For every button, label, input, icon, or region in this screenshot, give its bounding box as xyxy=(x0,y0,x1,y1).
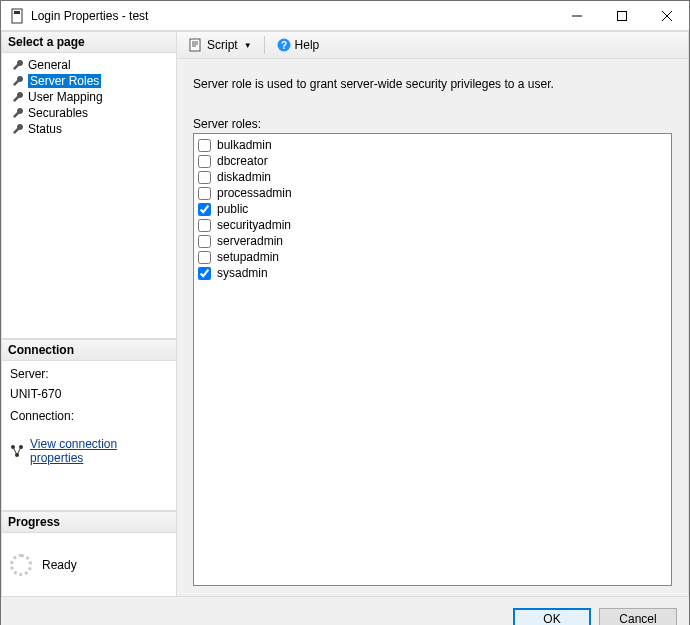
main-pane: Server role is used to grant server-wide… xyxy=(177,59,689,597)
cancel-button[interactable]: Cancel xyxy=(599,608,677,626)
maximize-button[interactable] xyxy=(599,1,644,30)
sidebar-item-label: General xyxy=(28,58,71,72)
role-label: dbcreator xyxy=(217,154,268,168)
login-properties-window: Login Properties - test Select a page Ge… xyxy=(0,0,690,625)
svg-rect-1 xyxy=(14,11,20,14)
script-label: Script xyxy=(207,38,238,52)
progress-spinner-icon xyxy=(10,554,32,576)
server-value: UNIT-670 xyxy=(10,387,168,401)
sidebar-item-label: Server Roles xyxy=(28,74,101,88)
help-icon: ? xyxy=(277,38,291,52)
role-label: setupadmin xyxy=(217,250,279,264)
role-label: processadmin xyxy=(217,186,292,200)
role-checkbox-processadmin[interactable] xyxy=(198,187,211,200)
role-label: securityadmin xyxy=(217,218,291,232)
sidebar-item-label: User Mapping xyxy=(28,90,103,104)
role-checkbox-sysadmin[interactable] xyxy=(198,267,211,280)
select-page-header: Select a page xyxy=(1,31,177,53)
wrench-icon xyxy=(12,107,24,119)
sidebar-item-server-roles[interactable]: Server Roles xyxy=(2,73,176,89)
ok-button[interactable]: OK xyxy=(513,608,591,626)
window-title: Login Properties - test xyxy=(31,9,148,23)
help-label: Help xyxy=(295,38,320,52)
app-icon xyxy=(9,8,25,24)
role-checkbox-diskadmin[interactable] xyxy=(198,171,211,184)
role-checkbox-serveradmin[interactable] xyxy=(198,235,211,248)
script-icon xyxy=(189,38,203,52)
role-checkbox-setupadmin[interactable] xyxy=(198,251,211,264)
role-row-securityadmin[interactable]: securityadmin xyxy=(198,217,667,233)
wrench-icon xyxy=(12,91,24,103)
wrench-icon xyxy=(12,123,24,135)
role-label: public xyxy=(217,202,248,216)
server-roles-label: Server roles: xyxy=(193,117,672,131)
dialog-button-bar: OK Cancel xyxy=(1,597,689,625)
role-label: serveradmin xyxy=(217,234,283,248)
page-nav: GeneralServer RolesUser MappingSecurable… xyxy=(1,53,177,339)
role-label: diskadmin xyxy=(217,170,271,184)
role-row-diskadmin[interactable]: diskadmin xyxy=(198,169,667,185)
sidebar-item-status[interactable]: Status xyxy=(2,121,176,137)
minimize-button[interactable] xyxy=(554,1,599,30)
sidebar-item-label: Securables xyxy=(28,106,88,120)
svg-rect-9 xyxy=(190,39,200,51)
role-row-dbcreator[interactable]: dbcreator xyxy=(198,153,667,169)
progress-header: Progress xyxy=(1,511,177,533)
role-checkbox-dbcreator[interactable] xyxy=(198,155,211,168)
role-row-serveradmin[interactable]: serveradmin xyxy=(198,233,667,249)
sidebar-item-user-mapping[interactable]: User Mapping xyxy=(2,89,176,105)
role-row-public[interactable]: public xyxy=(198,201,667,217)
close-button[interactable] xyxy=(644,1,689,30)
toolbar: Script ▼ ? Help xyxy=(177,31,689,59)
page-description: Server role is used to grant server-wide… xyxy=(193,77,672,91)
titlebar: Login Properties - test xyxy=(1,1,689,31)
role-row-sysadmin[interactable]: sysadmin xyxy=(198,265,667,281)
server-label: Server: xyxy=(10,367,168,381)
script-button[interactable]: Script ▼ xyxy=(185,36,256,54)
server-roles-list[interactable]: bulkadmindbcreatordiskadminprocessadminp… xyxy=(193,133,672,586)
sidebar-item-label: Status xyxy=(28,122,62,136)
progress-panel: Ready xyxy=(1,533,177,597)
sidebar-item-general[interactable]: General xyxy=(2,57,176,73)
left-column: Select a page GeneralServer RolesUser Ma… xyxy=(1,31,177,597)
role-checkbox-public[interactable] xyxy=(198,203,211,216)
role-row-processadmin[interactable]: processadmin xyxy=(198,185,667,201)
role-label: sysadmin xyxy=(217,266,268,280)
svg-rect-3 xyxy=(617,11,626,20)
help-button[interactable]: ? Help xyxy=(273,36,324,54)
connection-header: Connection xyxy=(1,339,177,361)
connection-label: Connection: xyxy=(10,409,168,423)
chevron-down-icon: ▼ xyxy=(244,41,252,50)
connection-panel: Server: UNIT-670 Connection: View connec… xyxy=(1,361,177,511)
role-label: bulkadmin xyxy=(217,138,272,152)
wrench-icon xyxy=(12,75,24,87)
role-checkbox-bulkadmin[interactable] xyxy=(198,139,211,152)
connection-properties-icon xyxy=(10,444,24,458)
view-connection-properties-link[interactable]: View connection properties xyxy=(30,437,168,465)
svg-text:?: ? xyxy=(281,40,287,51)
progress-status: Ready xyxy=(42,558,77,572)
role-row-setupadmin[interactable]: setupadmin xyxy=(198,249,667,265)
wrench-icon xyxy=(12,59,24,71)
sidebar-item-securables[interactable]: Securables xyxy=(2,105,176,121)
role-row-bulkadmin[interactable]: bulkadmin xyxy=(198,137,667,153)
role-checkbox-securityadmin[interactable] xyxy=(198,219,211,232)
right-column: Script ▼ ? Help Server role is used to g… xyxy=(177,31,689,597)
